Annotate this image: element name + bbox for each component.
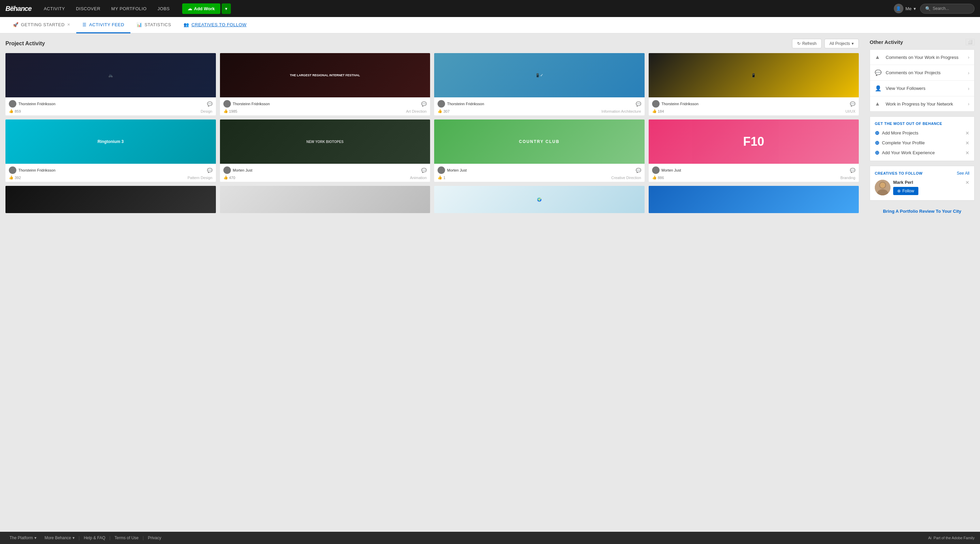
tab-getting-started-label: Getting Started xyxy=(21,22,65,27)
portfolio-review-link[interactable]: Bring A Portfolio Review To Your City xyxy=(883,209,961,214)
dismiss-button[interactable]: ✕ xyxy=(966,130,969,136)
bottom-platform[interactable]: The Platform ▾ xyxy=(5,536,41,540)
avatar xyxy=(438,100,445,108)
add-work-button[interactable]: ☁ Add Work xyxy=(182,3,220,14)
project-card[interactable]: NEW YORK BIOTOPES Morten Just 💬 👍 470 xyxy=(220,119,430,182)
author-name: Thorsteinn Fridriksson xyxy=(233,102,270,106)
project-author: Thorsteinn Fridriksson xyxy=(652,100,699,108)
chevron-down-icon: ▾ xyxy=(225,6,228,11)
bottom-help[interactable]: Help & FAQ xyxy=(80,536,109,540)
activity-item-project-comments[interactable]: 💬 Comments on Your Projects › xyxy=(870,65,974,81)
me-button[interactable]: 👤 Me ▾ xyxy=(894,4,916,13)
activity-item-wip-comments[interactable]: ▲ Comments on Your Work in Progress › xyxy=(870,50,974,65)
project-card[interactable]: 🌍 xyxy=(434,186,644,213)
follow-label: Follow xyxy=(902,189,914,193)
creative-dismiss-button[interactable]: ✕ xyxy=(966,180,969,185)
project-stats: 👍 859 Design xyxy=(9,109,213,113)
author-name: Thorsteinn Fridriksson xyxy=(18,102,56,106)
tab-close-icon[interactable]: ✕ xyxy=(67,22,70,27)
chevron-right-icon: › xyxy=(968,70,969,76)
project-stats: 👍 307 Information Architecture xyxy=(438,109,641,113)
project-card[interactable]: THE LARGEST REGIONAL INTERNET FESTIVAL T… xyxy=(220,53,430,115)
other-activity-title: Other Activity xyxy=(870,39,903,45)
all-projects-button[interactable]: All Projects ▾ xyxy=(824,39,859,48)
search-input[interactable]: 🔍 Search... xyxy=(920,4,975,14)
project-card[interactable]: 📱✓ Thorsteinn Fridriksson 💬 👍 307 xyxy=(434,53,644,115)
get-most-title: Get The Most Out Of Behance xyxy=(875,121,969,126)
add-work-dropdown[interactable]: ▾ xyxy=(222,3,231,14)
upload-icon: ☁ xyxy=(188,6,192,11)
chevron-right-icon: › xyxy=(968,86,969,91)
author-name: Thorsteinn Fridriksson xyxy=(662,102,699,106)
project-info: Morten Just 💬 👍 470 Animation xyxy=(220,164,430,182)
comment-icon: 💬 xyxy=(636,168,641,173)
activity-item-followers[interactable]: 👤 View Your Followers › xyxy=(870,81,974,96)
panel-controls: ↻ Refresh All Projects ▾ xyxy=(792,39,859,48)
project-thumbnail: 🚲 xyxy=(5,53,216,97)
logo: Bëhance xyxy=(5,5,35,13)
follow-button[interactable]: ⊕ Follow xyxy=(893,187,918,195)
project-card[interactable] xyxy=(5,186,216,213)
nav-jobs[interactable]: Jobs xyxy=(152,0,175,17)
project-likes: 👍 307 xyxy=(438,109,449,113)
dismiss-button[interactable]: ✕ xyxy=(966,150,969,156)
avatar xyxy=(652,167,660,174)
creative-info: Mark Perl ⊕ Follow xyxy=(893,180,963,195)
project-card[interactable]: COUNTRY CLUB Morten Just 💬 👍 1 xyxy=(434,119,644,182)
project-info: Thorsteinn Fridriksson 💬 👍 1985 Art Dire… xyxy=(220,97,430,115)
tab-activity-feed[interactable]: ☰ Activity Feed xyxy=(76,17,130,33)
refresh-label: Refresh xyxy=(802,41,816,46)
bottom-privacy[interactable]: Privacy xyxy=(144,536,165,540)
expand-icon[interactable]: ⬜ xyxy=(966,39,975,45)
project-stats: 👍 392 Pattern Design xyxy=(9,175,213,180)
more-label: More Behance xyxy=(45,536,71,540)
author-name: Morten Just xyxy=(447,168,466,172)
project-card[interactable]: 🚲 Thorsteinn Fridriksson 💬 👍 859 xyxy=(5,53,216,115)
project-likes: 👍 470 xyxy=(223,175,235,180)
likes-count: 886 xyxy=(658,176,664,180)
activity-item-network-wip[interactable]: ▲ Work in Progress by Your Network › xyxy=(870,96,974,111)
likes-count: 1 xyxy=(443,176,445,180)
project-category: Creative Direction xyxy=(611,176,641,180)
see-all-link[interactable]: See All xyxy=(957,171,969,176)
project-activity-title: Project Activity xyxy=(5,40,45,47)
adobe-label: Part of the Adobe Family xyxy=(934,536,975,540)
privacy-label: Privacy xyxy=(148,536,161,540)
dismiss-button[interactable]: ✕ xyxy=(966,140,969,146)
bottom-bar: The Platform ▾ More Behance ▾ | Help & F… xyxy=(0,532,980,543)
project-author-row: Thorsteinn Fridriksson 💬 xyxy=(9,100,213,108)
project-card[interactable]: 📱 Thorsteinn Fridriksson 💬 👍 184 xyxy=(649,53,859,115)
bottom-terms[interactable]: Terms of Use xyxy=(110,536,143,540)
project-author-row: Thorsteinn Fridriksson 💬 xyxy=(438,100,641,108)
like-icon: 👍 xyxy=(438,109,442,113)
tab-creatives[interactable]: 👥 Creatives To Follow xyxy=(177,17,253,33)
project-info: Thorsteinn Fridriksson 💬 👍 184 UI/UX xyxy=(649,97,859,115)
nav-discover[interactable]: Discover xyxy=(70,0,106,17)
project-card[interactable]: Ringtonium 3 Thorsteinn Fridriksson 💬 👍 … xyxy=(5,119,216,182)
project-info: Thorsteinn Fridriksson 💬 👍 859 Design xyxy=(5,97,216,115)
nav-portfolio[interactable]: My Portfolio xyxy=(106,0,152,17)
project-likes: 👍 1 xyxy=(438,175,445,180)
project-card[interactable] xyxy=(220,186,430,213)
get-most-section: Get The Most Out Of Behance ⊕ Add More P… xyxy=(870,116,975,161)
nav-activity[interactable]: Activity xyxy=(38,0,70,17)
project-author: Morten Just xyxy=(652,167,681,174)
project-card[interactable] xyxy=(649,186,859,213)
tab-getting-started[interactable]: 🚀 Getting Started ✕ xyxy=(7,17,76,33)
tab-statistics[interactable]: 📊 Statistics xyxy=(130,17,177,33)
project-category: Art Direction xyxy=(406,109,427,113)
project-stats: 👍 1985 Art Direction xyxy=(223,109,427,113)
project-author-row: Morten Just 💬 xyxy=(223,167,427,174)
creative-person-row: Mark Perl ⊕ Follow ✕ xyxy=(875,180,969,196)
project-info: Thorsteinn Fridriksson 💬 👍 392 Pattern D… xyxy=(5,164,216,182)
refresh-button[interactable]: ↻ Refresh xyxy=(792,39,822,48)
get-most-left: ⊕ Add Your Work Experience xyxy=(875,150,935,156)
help-label: Help & FAQ xyxy=(84,536,105,540)
like-icon: 👍 xyxy=(652,109,657,113)
avatar xyxy=(223,167,231,174)
plus-icon: ⊕ xyxy=(875,140,879,146)
bottom-more-behance[interactable]: More Behance ▾ xyxy=(41,536,79,540)
project-thumbnail: NEW YORK BIOTOPES xyxy=(220,119,430,164)
project-card[interactable]: F10 Morten Just 💬 👍 886 xyxy=(649,119,859,182)
project-stats: 👍 470 Animation xyxy=(223,175,427,180)
